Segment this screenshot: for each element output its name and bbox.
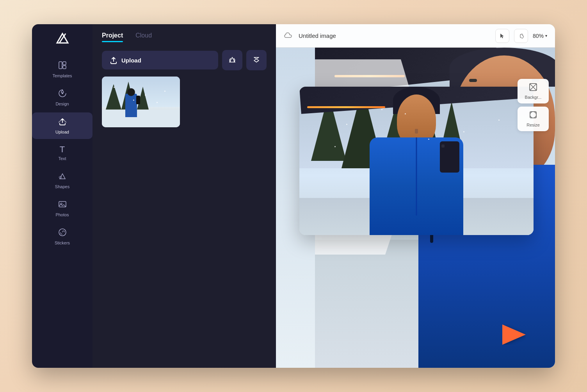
snow-particle (463, 131, 464, 132)
sidebar-item-upload[interactable]: Upload (32, 112, 92, 139)
sidebar-item-design[interactable]: Design (32, 84, 92, 111)
snow-particle (346, 124, 347, 125)
google-drive-button[interactable] (222, 50, 242, 70)
upload-icon (58, 117, 67, 127)
toolbar-actions: 80% ▾ (495, 29, 547, 43)
design-icon (58, 89, 67, 99)
snow-dot (157, 102, 158, 103)
snow-dot (145, 94, 146, 96)
cursor-icon (499, 33, 505, 39)
thumb-backpack (136, 96, 140, 104)
zoom-control[interactable]: 80% ▾ (533, 33, 547, 39)
tab-cloud[interactable]: Cloud (135, 32, 152, 42)
background-tool-icon (529, 83, 537, 93)
canvas-scene: Backgr... Resize (276, 48, 555, 368)
svg-rect-0 (59, 62, 62, 69)
thumb-person-head (127, 88, 135, 96)
cursor-arrow-svg (502, 324, 526, 345)
cursor-tool-button[interactable] (495, 29, 509, 43)
shapes-label: Shapes (55, 184, 69, 189)
zoom-value: 80% (533, 33, 544, 39)
templates-icon (58, 61, 67, 71)
svg-point-3 (62, 93, 63, 94)
media-panel: Project Cloud Upload (92, 24, 276, 368)
sidebar-item-photos[interactable]: Photos (32, 195, 92, 222)
hand-tool-button[interactable] (514, 29, 528, 43)
stickers-icon (58, 228, 67, 238)
sidebar-item-shapes[interactable]: Shapes (32, 167, 92, 194)
thumb-ground (102, 110, 180, 128)
shapes-icon (58, 172, 67, 182)
upload-area: Upload (102, 50, 267, 70)
document-title[interactable]: Untitled image (299, 32, 489, 39)
bg-person-eye-left (469, 79, 477, 82)
dropbox-icon (252, 56, 261, 64)
templates-label: Templates (52, 73, 72, 78)
upload-label: Upload (55, 130, 69, 134)
right-toolbar: Backgr... Resize (518, 79, 549, 131)
tab-project[interactable]: Project (102, 32, 123, 42)
snow-dot (133, 100, 134, 101)
fc-zipper (416, 137, 417, 216)
cursor-arrow-container (502, 324, 526, 346)
google-drive-icon (228, 56, 237, 64)
floating-card-inner (299, 87, 534, 235)
sidebar: Templates Design Upload (32, 24, 92, 368)
fc-backpack (440, 141, 459, 173)
hand-icon (518, 33, 524, 39)
snow-dot (114, 87, 115, 88)
thumb-person-body (125, 94, 137, 117)
floating-image-card[interactable] (299, 87, 534, 235)
fc-nose (415, 129, 418, 134)
top-bar: Untitled image 80% ▾ (276, 24, 555, 48)
dropbox-button[interactable] (246, 50, 267, 70)
upload-btn-icon (110, 56, 117, 64)
svg-rect-2 (63, 66, 66, 69)
app-container: Templates Design Upload (32, 24, 555, 368)
cloud-save-icon (284, 30, 292, 41)
svg-marker-11 (502, 324, 526, 345)
resize-tool[interactable]: Resize (518, 107, 549, 131)
stickers-label: Stickers (55, 241, 70, 245)
app-logo[interactable] (54, 30, 71, 48)
sidebar-item-templates[interactable]: Templates (32, 56, 92, 83)
panel-content: Upload (92, 42, 276, 368)
canvas-area: Untitled image 80% ▾ (276, 24, 555, 368)
snow-particle (381, 109, 382, 110)
text-icon: T (60, 145, 65, 154)
snow-particle (334, 146, 336, 147)
thumbnail-preview (102, 77, 180, 127)
svg-rect-1 (63, 62, 66, 65)
resize-tool-label: Resize (527, 123, 540, 127)
photos-label: Photos (55, 212, 69, 217)
design-label: Design (55, 102, 69, 106)
background-tool[interactable]: Backgr... (518, 79, 549, 103)
media-thumbnail[interactable] (102, 77, 180, 127)
text-label: Text (58, 156, 66, 161)
fc-person (366, 94, 467, 235)
panel-tabs: Project Cloud (92, 24, 276, 42)
sidebar-item-stickers[interactable]: Stickers (32, 223, 92, 250)
upload-button[interactable]: Upload (102, 51, 218, 69)
fc-backpack-pocket (441, 144, 445, 148)
snow-particle (428, 139, 429, 140)
zoom-dropdown-icon: ▾ (545, 34, 547, 38)
photos-icon (58, 200, 67, 210)
upload-btn-label: Upload (121, 57, 141, 64)
background-tool-label: Backgr... (525, 95, 542, 100)
sidebar-item-text[interactable]: T Text (32, 141, 92, 166)
resize-tool-icon (529, 110, 537, 121)
snow-particle (498, 119, 500, 121)
